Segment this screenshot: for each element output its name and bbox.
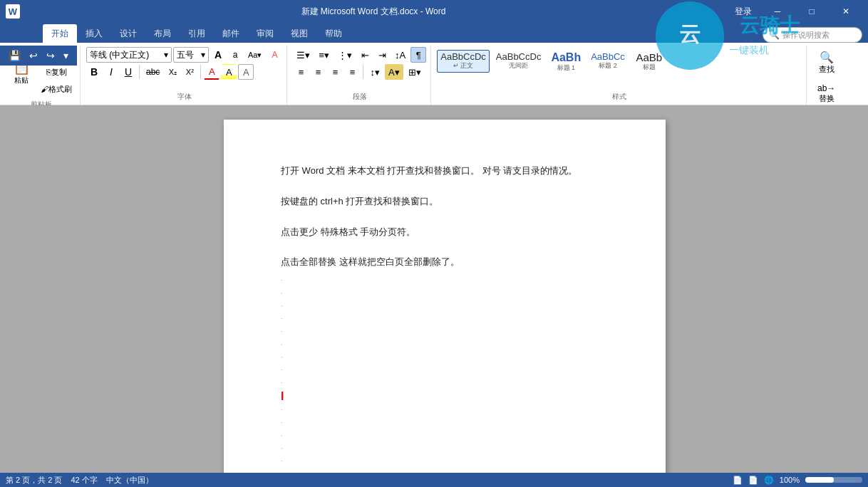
change-case-button[interactable]: Aa▾ xyxy=(244,47,265,63)
tab-design[interactable]: 设计 xyxy=(111,24,145,43)
style-no-spacing-label: 无间距 xyxy=(509,61,528,70)
tab-refs[interactable]: 引用 xyxy=(180,24,214,43)
styles-group: AaBbCcDc ↵ 正文 AaBbCcDc 无间距 AaBh 标题 1 AaB… xyxy=(433,46,807,105)
find-label: 查找 xyxy=(819,64,835,75)
view-web[interactable]: 🌐 xyxy=(764,476,774,485)
maximize-button[interactable]: □ xyxy=(795,0,828,23)
style-heading2-label: 标题 2 xyxy=(599,61,617,70)
doc-line-3: 点击更少 特殊格式 手动分页符。 xyxy=(281,224,609,240)
style-title-preview: AaBb xyxy=(636,52,663,63)
text-effect-button[interactable]: A xyxy=(238,64,254,80)
italic-button[interactable]: I xyxy=(103,64,119,80)
font-size-dropdown-icon: ▾ xyxy=(201,50,205,60)
search-area: 🔍 操作说明搜索 xyxy=(763,27,868,43)
title-bar-right: 登录 ─ □ ✕ xyxy=(727,0,862,23)
tab-insert[interactable]: 插入 xyxy=(77,24,111,43)
font-size-selector[interactable]: 五号 ▾ xyxy=(173,47,209,63)
cursor-marker: I xyxy=(281,387,284,406)
document-page[interactable]: 打开 Word 文档 来本文档 打开查找和替换窗口。 对号 请支目录的情况。 按… xyxy=(224,120,666,473)
view-mode[interactable]: 📄 xyxy=(733,476,743,485)
highlight-button[interactable]: A xyxy=(221,64,237,80)
shading-button[interactable]: A▾ xyxy=(385,64,403,80)
style-heading2[interactable]: AaBbCc 标题 2 xyxy=(587,50,629,73)
style-heading1[interactable]: AaBh 标题 1 xyxy=(547,50,584,75)
replace-button[interactable]: ab→ 替换 xyxy=(812,80,840,108)
shrink-font-button[interactable]: a xyxy=(227,47,243,63)
decrease-indent-button[interactable]: ⇤ xyxy=(357,47,373,63)
tab-help[interactable]: 帮助 xyxy=(316,24,351,43)
font-size-value: 五号 xyxy=(177,49,201,61)
tab-review[interactable]: 审阅 xyxy=(248,24,282,43)
style-title-label: 标题 xyxy=(643,63,656,72)
dot-line-5: · xyxy=(281,325,609,338)
zoom-slider[interactable] xyxy=(805,477,862,483)
login-button[interactable]: 登录 xyxy=(727,0,760,23)
paragraph-group: ☰▾ ≡▾ ⋮▾ ⇤ ⇥ ↕A ¶ ≡ ≡ ≡ ≡ ↕▾ A▾ ⊞▾ xyxy=(289,46,431,105)
align-justify-button[interactable]: ≡ xyxy=(344,64,360,80)
style-no-spacing[interactable]: AaBbCcDc 无间距 xyxy=(492,50,545,73)
dot-line-15: · xyxy=(281,468,609,473)
close-button[interactable]: ✕ xyxy=(830,0,862,23)
format-painter-label: 格式刷 xyxy=(48,84,72,95)
bold-button[interactable]: B xyxy=(86,64,102,80)
doc-text-3: 点击更少 特殊格式 手动分页符。 xyxy=(281,226,415,237)
qa-undo[interactable]: ↩ xyxy=(26,48,41,63)
dot-line-8: · xyxy=(281,364,609,377)
align-left-button[interactable]: ≡ xyxy=(293,64,309,80)
style-heading2-preview: AaBbCc xyxy=(591,52,625,61)
show-marks-button[interactable]: ¶ xyxy=(410,47,426,63)
view-print[interactable]: 📄 xyxy=(748,476,758,485)
font-dropdown-icon: ▾ xyxy=(164,50,168,60)
quick-access-toolbar: 💾 ↩ ↪ ▾ xyxy=(0,46,77,66)
font-content: 等线 (中文正文) ▾ 五号 ▾ A a Aa▾ A B I U xyxy=(86,46,282,90)
format-painter-button[interactable]: 🖌 格式刷 xyxy=(37,81,76,97)
style-title[interactable]: AaBb 标题 xyxy=(631,50,667,74)
font-label: 字体 xyxy=(86,90,282,102)
find-button[interactable]: 🔍 查找 xyxy=(812,47,840,78)
border-button[interactable]: ⊞▾ xyxy=(405,64,425,80)
word-count: 42 个字 xyxy=(71,475,97,486)
separator1 xyxy=(139,65,140,79)
font-color-button[interactable]: A xyxy=(204,64,219,80)
increase-indent-button[interactable]: ⇥ xyxy=(374,47,390,63)
style-normal-label: ↵ 正文 xyxy=(453,61,474,70)
style-heading1-label: 标题 1 xyxy=(557,63,576,73)
numbered-list-button[interactable]: ≡▾ xyxy=(315,47,333,63)
paragraph-content: ☰▾ ≡▾ ⋮▾ ⇤ ⇥ ↕A ¶ ≡ ≡ ≡ ≡ ↕▾ A▾ ⊞▾ xyxy=(293,46,426,90)
style-normal[interactable]: AaBbCcDc ↵ 正文 xyxy=(437,50,490,73)
styles-row: AaBbCcDc ↵ 正文 AaBbCcDc 无间距 AaBh 标题 1 AaB… xyxy=(437,47,667,78)
multilevel-list-button[interactable]: ⋮▾ xyxy=(334,47,356,63)
tab-layout[interactable]: 布局 xyxy=(145,24,180,43)
qa-redo[interactable]: ↪ xyxy=(43,48,58,63)
copy-button[interactable]: ⎘ 复制 xyxy=(37,64,76,80)
grow-font-button[interactable]: A xyxy=(210,47,226,63)
align-center-button[interactable]: ≡ xyxy=(310,64,326,80)
word-icon: W xyxy=(6,4,20,19)
superscript-button[interactable]: X² xyxy=(182,64,197,80)
font-name-selector[interactable]: 等线 (中文正文) ▾ xyxy=(86,47,172,63)
bullet-list-button[interactable]: ☰▾ xyxy=(293,47,314,63)
search-bar[interactable]: 🔍 操作说明搜索 xyxy=(763,27,862,43)
content-area: 打开 Word 文档 来本文档 打开查找和替换窗口。 对号 请支目录的情况。 按… xyxy=(0,105,868,473)
document-scroll-area[interactable]: 打开 Word 文档 来本文档 打开查找和替换窗口。 对号 请支目录的情况。 按… xyxy=(21,105,868,473)
doc-text-1: 打开 Word 文档 来本文档 打开查找和替换窗口。 对号 请支目录的情况。 xyxy=(281,165,578,176)
para-row1: ☰▾ ≡▾ ⋮▾ ⇤ ⇥ ↕A ¶ xyxy=(293,47,426,63)
dot-line-10: · xyxy=(281,404,609,417)
qa-save[interactable]: 💾 xyxy=(6,48,24,63)
dot-line-3: · xyxy=(281,300,609,313)
sort-button[interactable]: ↕A xyxy=(391,47,409,63)
tab-view[interactable]: 视图 xyxy=(282,24,316,43)
tab-home[interactable]: 开始 xyxy=(43,24,77,43)
title-bar-left: W xyxy=(6,4,20,19)
line-spacing-button[interactable]: ↕▾ xyxy=(366,64,383,80)
clear-format-button[interactable]: A xyxy=(267,47,282,63)
tab-mail[interactable]: 邮件 xyxy=(214,24,248,43)
subscript-button[interactable]: X₂ xyxy=(165,64,180,80)
underline-button[interactable]: U xyxy=(120,64,136,80)
format-painter-icon: 🖌 xyxy=(41,85,48,93)
qa-dropdown[interactable]: ▾ xyxy=(61,48,71,63)
minimize-button[interactable]: ─ xyxy=(761,0,794,23)
strikethrough-button[interactable]: abc xyxy=(143,64,163,80)
zoom-level: 100% xyxy=(780,476,800,484)
align-right-button[interactable]: ≡ xyxy=(327,64,343,80)
